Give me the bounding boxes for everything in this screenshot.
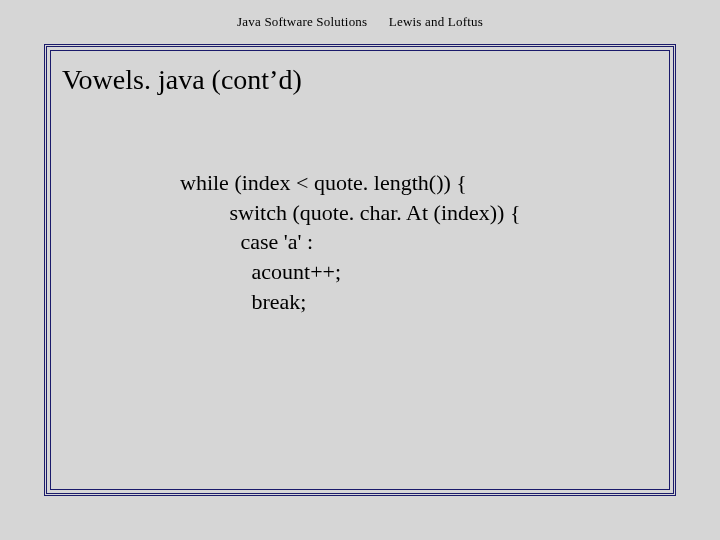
page-header: Java Software Solutions Lewis and Loftus <box>0 14 720 30</box>
slide-title: Vowels. java (cont’d) <box>62 64 302 96</box>
code-line: while (index < quote. length()) { <box>180 170 467 195</box>
header-authors: Lewis and Loftus <box>389 14 483 30</box>
code-block: while (index < quote. length()) { switch… <box>180 168 520 316</box>
code-line: break; <box>180 289 306 314</box>
code-line: case 'a' : <box>180 229 313 254</box>
slide-page: Java Software Solutions Lewis and Loftus… <box>0 0 720 540</box>
code-line: switch (quote. char. At (index)) { <box>180 200 520 225</box>
code-line: acount++; <box>180 259 341 284</box>
header-book-title: Java Software Solutions <box>237 14 367 30</box>
